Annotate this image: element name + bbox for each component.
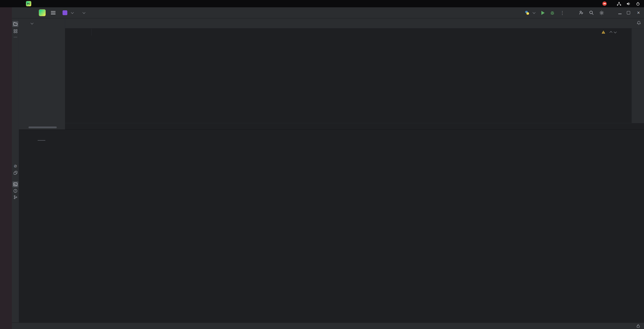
run-tool-icon[interactable]: ⊘ bbox=[12, 163, 18, 169]
terminal-tab-bar bbox=[19, 130, 644, 141]
dock bbox=[0, 7, 12, 329]
warning-triangle-icon bbox=[601, 30, 605, 34]
power-icon bbox=[636, 2, 640, 6]
inspections-widget[interactable] bbox=[601, 30, 616, 34]
editor-breadcrumb[interactable] bbox=[65, 123, 644, 130]
pycharm-logo-icon: PC bbox=[26, 1, 31, 6]
system-tray[interactable] bbox=[602, 2, 644, 6]
terminal-tab-local[interactable] bbox=[39, 130, 44, 141]
maximize-button[interactable] bbox=[627, 11, 630, 14]
os-top-bar: PC bbox=[0, 0, 644, 7]
pycharm-window: ⋮ × ⋯ ⊘ bbox=[12, 7, 644, 329]
tool-window-stripe: ⋯ ⊘ bbox=[12, 18, 19, 322]
network-icon bbox=[617, 2, 621, 6]
code-viewport[interactable] bbox=[65, 28, 644, 123]
more-actions-icon[interactable]: ⋮ bbox=[560, 10, 565, 16]
terminal-tool-icon[interactable] bbox=[12, 181, 18, 187]
debug-button[interactable] bbox=[550, 10, 555, 15]
settings-gear-icon[interactable] bbox=[599, 10, 604, 15]
project-panel bbox=[19, 18, 65, 130]
code-with-me-icon[interactable] bbox=[579, 10, 584, 15]
main-menu-icon[interactable] bbox=[51, 11, 55, 14]
editor-tabs bbox=[65, 18, 644, 28]
editor-scrollbar-track[interactable] bbox=[632, 28, 644, 123]
run-configuration-selector[interactable] bbox=[525, 11, 535, 15]
python-icon bbox=[525, 11, 529, 15]
project-panel-header[interactable] bbox=[19, 18, 65, 28]
lock-icon[interactable] bbox=[636, 324, 640, 328]
horizontal-scrollbar[interactable] bbox=[28, 126, 57, 128]
services-tool-icon[interactable] bbox=[12, 170, 18, 176]
chevron-down-icon bbox=[31, 21, 33, 24]
editor-area bbox=[65, 18, 644, 130]
more-tool-windows-icon[interactable]: ⋯ bbox=[12, 34, 18, 40]
chevron-down-icon bbox=[71, 11, 74, 14]
vcs-selector[interactable] bbox=[81, 12, 85, 13]
chevron-down-icon bbox=[533, 11, 535, 14]
usage-hint-row[interactable] bbox=[65, 29, 632, 36]
notifications-bell-icon[interactable] bbox=[637, 21, 641, 26]
structure-tool-icon[interactable] bbox=[12, 28, 18, 34]
chevron-down-icon bbox=[82, 11, 85, 14]
project-tool-icon[interactable] bbox=[12, 21, 18, 27]
focused-app-indicator[interactable]: PC bbox=[26, 1, 33, 6]
terminal-output[interactable] bbox=[19, 141, 644, 322]
do-not-disturb-icon bbox=[602, 2, 607, 6]
close-button[interactable]: × bbox=[635, 10, 641, 16]
next-warning-icon[interactable] bbox=[614, 30, 617, 33]
code-lines bbox=[65, 29, 632, 36]
search-icon[interactable] bbox=[589, 10, 594, 15]
project-selector[interactable] bbox=[63, 10, 73, 15]
minimize-button[interactable] bbox=[618, 14, 622, 14]
previous-warning-icon[interactable] bbox=[609, 31, 612, 34]
git-tool-icon[interactable] bbox=[12, 194, 18, 200]
volume-icon bbox=[626, 2, 631, 6]
title-bar: ⋮ × bbox=[12, 7, 644, 18]
project-badge bbox=[63, 10, 67, 15]
pycharm-logo-icon[interactable] bbox=[39, 10, 45, 16]
problems-tool-icon[interactable] bbox=[12, 188, 18, 194]
terminal-panel bbox=[19, 130, 644, 322]
status-bar bbox=[12, 322, 644, 329]
run-button[interactable] bbox=[541, 11, 545, 15]
